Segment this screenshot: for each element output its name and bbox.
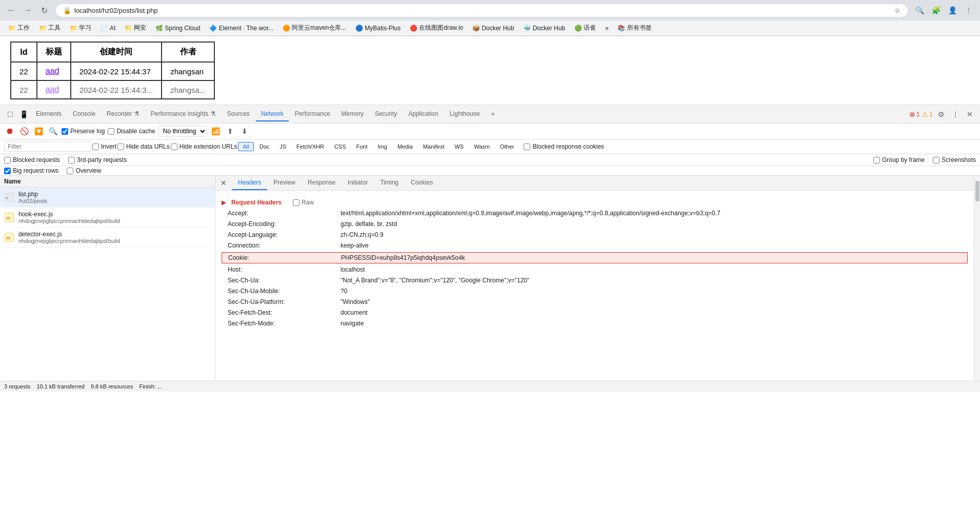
invert-label[interactable]: Invert (92, 143, 116, 150)
third-party-label[interactable]: 3rd-party requests (68, 156, 127, 163)
raw-checkbox[interactable] (293, 199, 299, 206)
menu-button[interactable]: ⋮ (962, 3, 976, 17)
tab-security[interactable]: Security (370, 107, 402, 121)
bookmark-mybatis[interactable]: 🔵 MyBatis-Plus (351, 23, 405, 33)
request-headers-section[interactable]: ▶ Request Headers Raw (222, 197, 968, 208)
disable-cache-checkbox[interactable] (108, 128, 114, 135)
bookmark-element[interactable]: 🔷 Element · The wor... (206, 23, 278, 33)
search-button[interactable]: 🔍 (47, 126, 58, 137)
preserve-log-checkbox[interactable] (62, 128, 68, 135)
tab-console[interactable]: Console (68, 107, 101, 121)
forward-button[interactable]: → (21, 3, 35, 17)
filter-img[interactable]: Img (373, 142, 392, 151)
cell-title[interactable]: aad (37, 80, 71, 99)
filter-ws[interactable]: WS (450, 142, 468, 151)
profile-button[interactable]: 👤 (945, 3, 959, 17)
hide-ext-urls-checkbox[interactable] (171, 144, 177, 150)
tab-elements[interactable]: Elements (31, 107, 67, 121)
tab-performance[interactable]: Performance (290, 107, 335, 121)
detail-tab-timing[interactable]: Timing (374, 176, 405, 190)
disable-cache-label[interactable]: Disable cache (108, 128, 155, 135)
tab-recorder[interactable]: Recorder ⚗ (102, 107, 145, 121)
clear-button[interactable]: 🚫 (18, 126, 30, 137)
bookmark-work[interactable]: 📁 工作 (4, 22, 34, 34)
close-devtools-button[interactable]: ✕ (964, 108, 976, 120)
filter-doc[interactable]: Doc (255, 142, 274, 151)
address-bar[interactable]: 🔒 localhost/hz02/posts/list.php ☆ (55, 4, 908, 17)
tab-network[interactable]: Network (256, 107, 289, 121)
title-link[interactable]: aad (46, 67, 59, 75)
bookmark-maven[interactable]: 📦 Docker Hub (468, 23, 518, 33)
filter-other[interactable]: Other (495, 142, 519, 151)
inspect-element-button[interactable]: □ (4, 108, 16, 120)
zoom-button[interactable]: 🔍 (912, 3, 927, 17)
blocked-cookies-checkbox[interactable] (524, 144, 530, 150)
filter-wasm[interactable]: Wasm (469, 142, 494, 151)
bookmark-more[interactable]: » (601, 23, 613, 33)
bookmark-aliyun[interactable]: 🟠 阿里云maven仓库... (278, 22, 350, 34)
tab-more[interactable]: » (486, 107, 500, 121)
detail-tab-initiator[interactable]: Initiator (342, 176, 374, 190)
title-link[interactable]: aad (46, 85, 59, 94)
device-toolbar-button[interactable]: 📱 (17, 108, 30, 120)
throttle-select[interactable]: No throttling (158, 126, 207, 137)
blocked-requests-checkbox[interactable] (4, 157, 11, 163)
invert-checkbox[interactable] (92, 144, 99, 150)
big-rows-checkbox[interactable] (4, 168, 11, 174)
bookmark-tools[interactable]: 📁 工具 (35, 22, 65, 34)
bookmark-drawio[interactable]: 🔴 在线图图draw.io (406, 22, 467, 34)
detail-tab-cookies[interactable]: Cookies (405, 176, 439, 190)
back-button[interactable]: ← (4, 3, 18, 17)
screenshots-label[interactable]: Screenshots (933, 156, 976, 163)
filter-fetch-xhr[interactable]: Fetch/XHR (292, 142, 329, 151)
wifi-button[interactable]: 📶 (210, 126, 222, 137)
hide-data-urls-label[interactable]: Hide data URLs (117, 143, 170, 150)
bookmark-docker[interactable]: 🐳 Docker Hub (519, 23, 569, 33)
group-by-frame-checkbox[interactable] (873, 157, 880, 163)
settings-button[interactable]: ⚙ (935, 108, 947, 120)
filter-manifest[interactable]: Manifest (418, 142, 449, 151)
refresh-button[interactable]: ↻ (37, 3, 51, 17)
tab-memory[interactable]: Memory (336, 107, 369, 121)
bookmark-all[interactable]: 📚 所有书签 (614, 22, 656, 34)
detail-tab-headers[interactable]: Headers (232, 176, 267, 190)
filter-css[interactable]: CSS (330, 142, 351, 151)
tab-application[interactable]: Application (403, 107, 444, 121)
overview-checkbox[interactable] (67, 168, 73, 174)
close-detail-button[interactable]: ✕ (217, 177, 230, 189)
bookmark-study[interactable]: 📁 学习 (66, 22, 95, 34)
network-item-detector-exec[interactable]: JS detector-exec.js nhdogjmejiglipccpnnn… (0, 228, 215, 248)
filter-button[interactable]: 🔽 (33, 126, 44, 137)
filter-all[interactable]: All (238, 142, 253, 151)
blocked-cookies-label[interactable]: Blocked response cookies (524, 143, 604, 150)
record-button[interactable]: ⏺ (4, 126, 15, 137)
filter-js[interactable]: JS (275, 142, 291, 151)
hide-data-urls-checkbox[interactable] (117, 144, 124, 150)
upload-button[interactable]: ⬆ (225, 126, 236, 137)
blocked-requests-label[interactable]: Blocked requests (4, 156, 60, 163)
tab-sources[interactable]: Sources (222, 107, 255, 121)
filter-media[interactable]: Media (393, 142, 417, 151)
more-options-button[interactable]: ⋮ (949, 108, 962, 120)
filter-input[interactable] (4, 141, 91, 152)
detail-tab-preview[interactable]: Preview (267, 176, 302, 190)
cell-title[interactable]: aad (37, 62, 71, 80)
download-button[interactable]: ⬇ (239, 126, 250, 137)
big-rows-label[interactable]: Big request rows (4, 167, 58, 174)
overview-label[interactable]: Overview (67, 167, 101, 174)
extensions-button[interactable]: 🧩 (929, 3, 943, 17)
filter-font[interactable]: Font (352, 142, 372, 151)
raw-checkbox-label[interactable]: Raw (293, 199, 314, 206)
preserve-log-label[interactable]: Preserve log (62, 128, 105, 135)
network-item-hook-exec[interactable]: JS hook-exec.js nhdogjmejiglipccpnnnanhb… (0, 208, 215, 228)
bookmark-yuque[interactable]: 🟢 语雀 (570, 22, 600, 34)
bookmark-spring-cloud[interactable]: 🌿 Spring Cloud (151, 23, 204, 33)
bookmark-ai[interactable]: 📄 AI (96, 23, 119, 33)
network-item-list-php[interactable]: ≡ list.php /hz02/posts (0, 188, 215, 208)
bookmark-security[interactable]: 📁 网安 (121, 22, 150, 34)
detail-tab-response[interactable]: Response (302, 176, 342, 190)
group-by-frame-label[interactable]: Group by frame (873, 156, 925, 163)
tab-lighthouse[interactable]: Lighthouse (445, 107, 485, 121)
screenshots-checkbox[interactable] (933, 157, 939, 163)
tab-performance-insights[interactable]: Performance insights ⚗ (146, 107, 221, 121)
